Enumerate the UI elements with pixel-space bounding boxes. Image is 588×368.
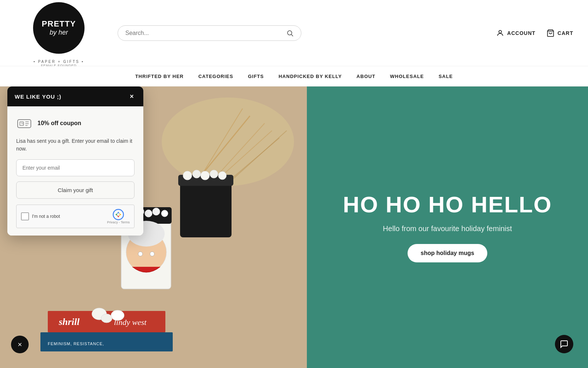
logo-area[interactable]: PRETTY COOL STUFF FOR PRETTY COOL PEOPLE (15, 0, 103, 67)
svg-point-30 (150, 252, 154, 256)
search-box (118, 25, 301, 41)
svg-point-26 (161, 210, 168, 217)
svg-point-16 (193, 170, 201, 178)
nav-item-handpicked[interactable]: HANDPICKED BY KELLY (271, 66, 349, 86)
svg-line-2 (291, 34, 293, 36)
modal-coupon-label: 10% off coupon (37, 120, 81, 127)
recaptcha-checkbox[interactable] (21, 212, 29, 220)
modal-body: % 10% off coupon Lisa has sent you a gif… (7, 106, 143, 236)
header-actions: ACCOUNT CART (496, 29, 573, 37)
modal-header: WE LIKE YOU ;) × (7, 86, 143, 106)
logo-circle: PRETTY by her (33, 2, 85, 54)
search-input[interactable] (125, 30, 286, 36)
account-icon (496, 29, 504, 37)
svg-point-3 (499, 30, 501, 33)
account-button[interactable]: ACCOUNT (496, 29, 535, 37)
modal-overlay: WE LIKE YOU ;) × % 10% off coupon Lisa (7, 86, 143, 236)
search-icon[interactable] (286, 29, 294, 37)
modal-coupon-row: % 10% off coupon (16, 115, 135, 131)
hero-title: HO HO HO HELLO (343, 192, 552, 217)
recaptcha-links: Privacy - Terms (107, 220, 130, 224)
hero-subtitle: Hello from our favourite holiday feminis… (383, 224, 512, 233)
svg-point-45 (113, 209, 123, 220)
main-content: shrill lindy west FEMINISM, RESISTANCE, … (0, 86, 588, 368)
svg-point-1 (287, 31, 292, 35)
nav-item-categories[interactable]: CATEGORIES (191, 66, 241, 86)
recaptcha-area: I'm not a robot Privacy - Terms (16, 205, 135, 228)
svg-point-25 (153, 208, 160, 215)
svg-point-24 (145, 210, 152, 217)
nav-item-thrifted[interactable]: THRIFTED BY HER (128, 66, 191, 86)
svg-text:%: % (21, 122, 24, 125)
recaptcha-privacy-link[interactable]: Privacy (107, 220, 118, 224)
nav-item-gifts[interactable]: GIFTS (241, 66, 271, 86)
modal-email-input[interactable] (16, 159, 135, 176)
svg-rect-13 (180, 178, 232, 237)
svg-point-18 (210, 170, 218, 178)
bottom-close-icon: × (18, 340, 22, 349)
cart-label: CART (557, 30, 573, 36)
chat-icon-svg (560, 340, 569, 348)
svg-point-15 (183, 171, 192, 180)
logo-brand-sub: by her (50, 29, 68, 36)
nav-item-sale[interactable]: SALE (431, 66, 460, 86)
hero-cta-button[interactable]: shop holiday mugs (408, 244, 488, 262)
modal-claim-button[interactable]: Claim your gift (16, 181, 135, 199)
logo-brand-name: PRETTY (42, 20, 76, 28)
nav-bar: THRIFTED BY HER CATEGORIES GIFTS HANDPIC… (0, 66, 588, 86)
cart-button[interactable]: CART (546, 29, 573, 37)
modal-description: Lisa has sent you a gift. Enter your ema… (16, 137, 135, 153)
svg-text:FEMINISM, RESISTANCE,: FEMINISM, RESISTANCE, (48, 342, 104, 346)
hero-right-panel: HO HO HO HELLO Hello from our favourite … (307, 86, 588, 368)
modal-title: WE LIKE YOU ;) (15, 93, 61, 100)
recaptcha-logo-area: Privacy - Terms (107, 209, 130, 224)
recaptcha-box: I'm not a robot (21, 212, 104, 220)
nav-item-wholesale[interactable]: WHOLESALE (383, 66, 431, 86)
chat-button[interactable] (555, 335, 573, 353)
recaptcha-label: I'm not a robot (32, 214, 60, 219)
cart-icon (546, 29, 555, 37)
header: PRETTY COOL STUFF FOR PRETTY COOL PEOPLE (0, 0, 588, 66)
coupon-svg-icon: % (16, 115, 32, 131)
modal-close-button[interactable]: × (128, 92, 136, 100)
coupon-icon: % (16, 115, 32, 131)
nav-item-about[interactable]: ABOUT (349, 66, 383, 86)
svg-point-17 (201, 171, 209, 180)
recaptcha-logo-icon (112, 209, 124, 220)
account-label: ACCOUNT (507, 30, 535, 36)
recaptcha-terms-link[interactable]: Terms (121, 220, 130, 224)
bottom-close-button[interactable]: × (11, 336, 29, 353)
svg-point-38 (101, 314, 112, 323)
svg-point-19 (218, 171, 226, 180)
svg-point-29 (138, 252, 143, 256)
svg-text:shrill: shrill (58, 316, 80, 327)
search-area (118, 25, 301, 41)
svg-point-37 (111, 310, 124, 321)
logo-tagline: • PAPER + GIFTS • (33, 60, 84, 64)
